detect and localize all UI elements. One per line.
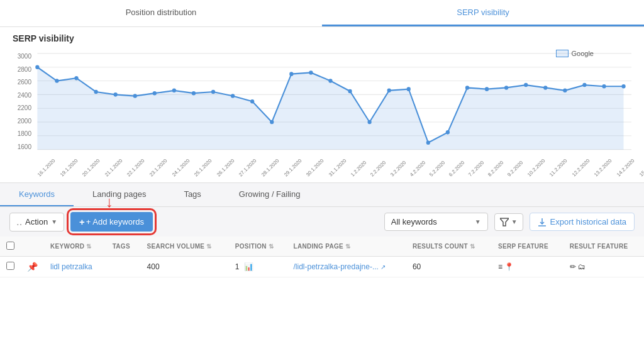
position-chart-icon[interactable]: 📊 — [244, 262, 253, 271]
svg-point-23 — [309, 70, 313, 75]
keyword-link[interactable]: lidl petrzalka — [50, 262, 92, 271]
table-header-row: KEYWORD ⇅ TAGS SEARCH VOLUME ⇅ POSITION — [0, 237, 644, 257]
row-checkbox[interactable] — [6, 262, 14, 270]
row-search-volume-cell: 400 — [141, 257, 229, 277]
th-position: POSITION ⇅ — [229, 237, 287, 257]
svg-point-24 — [328, 79, 332, 83]
legend-color-box — [556, 50, 569, 57]
search-volume-sort-icon[interactable]: ⇅ — [206, 243, 211, 250]
row-pin-cell: 📌 — [21, 257, 44, 277]
th-serp-feature: SERP FEATURE — [492, 237, 564, 257]
toolbar-wrapper: ↓ ‥ Action ▼ + + Add keywords All keywor… — [0, 207, 644, 237]
svg-point-35 — [543, 86, 547, 90]
row-results-count-cell: 60 — [406, 257, 492, 277]
th-tags: TAGS — [106, 237, 141, 257]
svg-point-14 — [133, 94, 137, 98]
svg-point-21 — [270, 120, 274, 125]
download-icon — [538, 218, 547, 226]
serp-feature-icons: ≡ 📍 — [498, 262, 514, 271]
svg-point-27 — [387, 89, 391, 93]
pin-icon[interactable]: 📌 — [27, 262, 38, 272]
th-landing-page: LANDING PAGE ⇅ — [287, 237, 406, 257]
svg-point-33 — [504, 86, 508, 90]
svg-point-26 — [368, 120, 372, 125]
th-result-feature: RESULT FEATURE — [564, 237, 644, 257]
filter-icon — [500, 218, 509, 226]
main-tabs: Position distribution SERP visibility — [0, 0, 644, 27]
svg-point-13 — [114, 92, 118, 97]
svg-point-16 — [172, 89, 176, 93]
svg-point-32 — [485, 87, 489, 91]
row-result-feature-cell: ✏ 🗂 — [564, 257, 644, 277]
annotation-arrow: ↓ — [106, 193, 113, 211]
drag-icon: ‥ — [16, 217, 22, 227]
chevron-down-icon: ▼ — [51, 218, 57, 225]
keyword-sort-icon[interactable]: ⇅ — [86, 243, 91, 250]
sub-tab-tags[interactable]: Tags — [165, 183, 219, 206]
landing-page-sort-icon[interactable]: ⇅ — [345, 243, 350, 250]
result-feature-icons: ✏ 🗂 — [570, 262, 586, 271]
keywords-table: KEYWORD ⇅ TAGS SEARCH VOLUME ⇅ POSITION — [0, 237, 644, 277]
svg-point-20 — [250, 99, 254, 104]
landing-page-link[interactable]: /lidl-petrzalka-predajne-... ↗ — [294, 262, 400, 271]
plus-icon: + — [79, 216, 85, 227]
table-row: 📌 lidl petrzalka 400 1 📊 — [0, 257, 644, 277]
svg-point-15 — [153, 91, 157, 96]
svg-point-25 — [348, 89, 352, 94]
action-dropdown[interactable]: ‥ Action ▼ — [9, 213, 64, 232]
tab-position-distribution[interactable]: Position distribution — [0, 0, 322, 26]
svg-point-28 — [407, 87, 411, 91]
add-keywords-label: + Add keywords — [86, 217, 144, 226]
row-serp-feature-cell: ≡ 📍 — [492, 257, 564, 277]
row-keyword-cell: lidl petrzalka — [44, 257, 106, 277]
bottom-panel: Keywords Landing pages Tags Growing / Fa… — [0, 182, 644, 341]
svg-point-39 — [621, 84, 625, 89]
svg-point-31 — [465, 86, 469, 90]
results-count-sort-icon[interactable]: ⇅ — [470, 243, 475, 250]
chevron-down-icon: ▼ — [475, 218, 481, 225]
svg-point-18 — [211, 90, 215, 94]
svg-point-12 — [94, 90, 97, 94]
toolbar: ‥ Action ▼ + + Add keywords All keywords… — [0, 207, 644, 237]
th-results-count: RESULTS COUNT ⇅ — [406, 237, 492, 257]
select-all-checkbox[interactable] — [6, 242, 14, 250]
th-checkbox — [0, 237, 21, 257]
y-axis-labels: 3000 2800 2600 2400 2200 2000 1800 1600 — [13, 53, 35, 150]
action-label: Action — [25, 217, 48, 226]
th-search-volume: SEARCH VOLUME ⇅ — [141, 237, 229, 257]
chart-legend: Google — [556, 50, 594, 57]
svg-point-17 — [192, 91, 196, 96]
export-label: Export historical data — [550, 217, 626, 226]
svg-point-37 — [582, 83, 586, 87]
svg-marker-40 — [500, 218, 509, 226]
svg-point-36 — [563, 89, 567, 93]
svg-point-38 — [602, 84, 606, 89]
row-checkbox-cell — [0, 257, 21, 277]
chart-section: SERP visibility 3000 2800 2600 2400 2200… — [0, 27, 644, 182]
svg-point-34 — [524, 83, 528, 87]
svg-point-22 — [289, 72, 293, 76]
svg-point-19 — [231, 94, 235, 98]
position-sort-icon[interactable]: ⇅ — [269, 243, 274, 250]
tab-serp-visibility[interactable]: SERP visibility — [322, 0, 644, 26]
sub-tab-keywords[interactable]: Keywords — [0, 183, 74, 206]
filter-button[interactable]: ▼ — [494, 213, 523, 231]
row-tags-cell — [106, 257, 141, 277]
export-button[interactable]: Export historical data — [530, 213, 635, 231]
legend-label: Google — [572, 50, 594, 57]
svg-point-29 — [426, 140, 430, 145]
svg-point-10 — [55, 79, 58, 83]
chart-title: SERP visibility — [13, 33, 631, 43]
svg-point-30 — [446, 130, 450, 135]
external-link-icon: ↗ — [380, 264, 386, 271]
th-keyword: KEYWORD ⇅ — [44, 237, 106, 257]
add-keywords-button[interactable]: + + Add keywords — [70, 212, 153, 232]
sub-tab-growing-failing[interactable]: Growing / Failing — [220, 183, 319, 206]
keywords-table-area: KEYWORD ⇅ TAGS SEARCH VOLUME ⇅ POSITION — [0, 237, 644, 341]
chart-svg — [13, 47, 631, 160]
row-landing-page-cell: /lidl-petrzalka-predajne-... ↗ — [287, 257, 406, 277]
sub-tab-landing-pages[interactable]: Landing pages — [74, 183, 165, 206]
svg-point-9 — [35, 65, 39, 69]
sub-tabs: Keywords Landing pages Tags Growing / Fa… — [0, 183, 644, 207]
all-keywords-dropdown[interactable]: All keywords ▼ — [384, 213, 488, 231]
